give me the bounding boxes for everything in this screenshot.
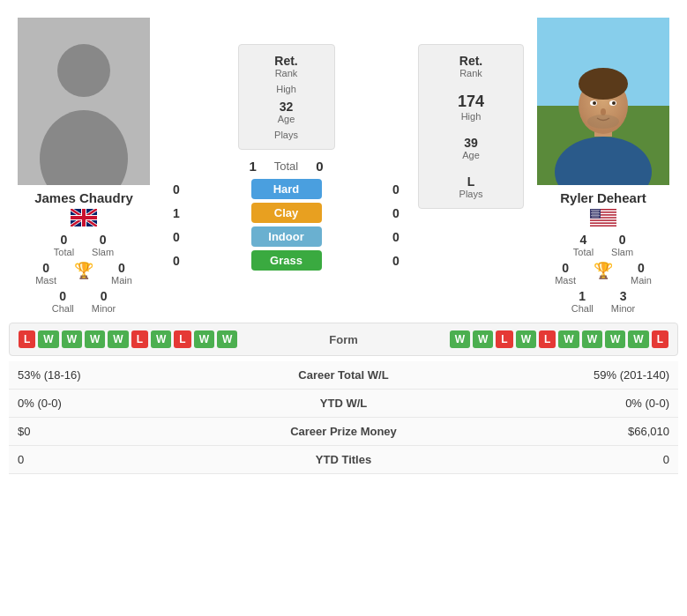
right-player-name: Ryler Deheart (560, 190, 646, 205)
court-score-right-2: 0 (383, 230, 409, 244)
form-badge-left-4: W (108, 330, 128, 348)
form-badge-left-5: L (131, 330, 148, 348)
left-stats-row2: 0 Mast 🏆 0 Main (35, 261, 132, 286)
right-age-stat: 39 Age (462, 136, 480, 160)
right-total: 4 Total (573, 233, 594, 257)
player-comparison: James Chaudry 0 Total 0 S (9, 9, 678, 323)
svg-point-38 (598, 212, 599, 213)
left-chall: 0 Chall (52, 289, 74, 314)
court-score-left-2: 0 (163, 230, 190, 244)
court-row-grass: 0 Grass 0 (163, 250, 409, 271)
court-badge-grass: Grass (251, 250, 322, 271)
left-player-flag (71, 209, 97, 229)
right-slam: 0 Slam (611, 233, 633, 257)
svg-point-36 (594, 212, 595, 213)
svg-point-51 (597, 216, 598, 217)
court-rows: 0 Hard 0 1 Clay 0 0 Indoor 0 0 Grass 0 (163, 179, 409, 271)
stats-right-2: $66,010 (441, 418, 678, 446)
court-score-right-1: 0 (383, 206, 409, 220)
court-score-left-0: 0 (163, 182, 190, 197)
court-score-right-0: 0 (383, 182, 409, 197)
svg-point-13 (593, 101, 596, 105)
form-badge-left-2: W (62, 330, 82, 348)
form-badge-right-3: W (516, 330, 536, 348)
right-minor: 3 Minor (611, 289, 636, 314)
stats-label-0: Career Total W/L (246, 361, 440, 390)
court-score-left-1: 1 (163, 206, 190, 220)
svg-point-30 (592, 211, 593, 212)
court-badge-indoor: Indoor (251, 226, 322, 247)
left-player-photo (18, 18, 150, 185)
right-trophy-icon: 🏆 (594, 261, 613, 286)
left-slam: 0 Slam (92, 233, 114, 257)
form-badge-right-4: L (539, 330, 556, 348)
svg-point-45 (594, 215, 595, 216)
form-badge-right-0: W (450, 330, 470, 348)
form-badge-left-3: W (85, 330, 105, 348)
svg-point-10 (579, 68, 628, 100)
right-plays-stat: L Plays (459, 174, 483, 199)
left-stats-row3: 0 Chall 0 Minor (52, 289, 116, 314)
form-badge-left-6: W (151, 330, 171, 348)
left-rank-box: Ret. Rank High 32 Age Plays (238, 44, 335, 150)
svg-point-46 (596, 215, 597, 216)
right-player-photo (537, 18, 669, 185)
stats-row-3: 0 YTD Titles 0 (9, 446, 678, 474)
right-chall: 1 Chall (571, 289, 594, 314)
left-age-stat: 32 Age (278, 100, 295, 124)
left-plays-stat: Plays (274, 130, 298, 140)
svg-point-34 (591, 212, 592, 213)
svg-point-39 (592, 213, 593, 214)
left-trophy-icon: 🏆 (74, 261, 93, 286)
form-badge-left-0: L (19, 330, 35, 348)
right-main: 0 Main (631, 261, 652, 286)
form-badge-right-9: L (652, 330, 668, 348)
left-player-silhouette (18, 18, 150, 185)
stats-left-3: 0 (9, 446, 246, 474)
left-total: 0 Total (54, 233, 74, 257)
court-score-left-3: 0 (163, 254, 190, 268)
right-stats-box: Ret. Rank 174 High 39 Age L Plays (418, 44, 524, 209)
left-player-panel: James Chaudry 0 Total 0 S (9, 18, 159, 314)
svg-point-48 (592, 216, 593, 217)
svg-point-32 (595, 211, 596, 212)
svg-point-15 (601, 108, 606, 115)
form-badge-left-7: L (174, 330, 190, 348)
left-rank-stat: Ret. Rank (274, 54, 297, 78)
right-stats-row3: 1 Chall 3 Minor (571, 289, 636, 314)
right-stats-row1: 4 Total 0 Slam (573, 233, 633, 257)
form-badge-left-8: W (194, 330, 214, 348)
form-badges-right: WWLWLWWWWL (397, 330, 669, 348)
form-label: Form (291, 333, 397, 346)
left-high-stat: High (276, 84, 296, 94)
stats-row-1: 0% (0-0) YTD W/L 0% (0-0) (9, 390, 678, 418)
svg-rect-22 (590, 221, 616, 223)
svg-point-37 (596, 212, 597, 213)
svg-point-29 (598, 210, 599, 211)
left-mast: 0 Mast (35, 261, 56, 286)
stats-left-0: 53% (18-16) (9, 361, 246, 390)
stats-label-1: YTD W/L (246, 390, 440, 418)
right-stats-box-panel: Ret. Rank 174 High 39 Age L Plays (414, 18, 528, 314)
center-panel: Ret. Rank High 32 Age Plays 1 (159, 18, 414, 314)
svg-point-49 (594, 216, 594, 217)
form-badge-right-1: W (473, 330, 493, 348)
left-main: 0 Main (111, 261, 132, 286)
right-mast: 0 Mast (555, 261, 576, 286)
svg-point-50 (595, 216, 596, 217)
svg-point-41 (595, 213, 596, 214)
form-badge-right-8: W (628, 330, 648, 348)
main-container: James Chaudry 0 Total 0 S (0, 0, 687, 483)
court-row-hard: 0 Hard 0 (163, 179, 409, 199)
court-badge-hard: Hard (251, 179, 322, 199)
form-badge-right-2: L (496, 330, 512, 348)
stats-right-3: 0 (441, 446, 678, 474)
form-row: LWWWWLWLWW Form WWLWLWWWWL (10, 323, 677, 355)
svg-point-28 (596, 210, 597, 211)
svg-point-16 (587, 115, 619, 129)
svg-point-44 (593, 215, 594, 216)
court-row-clay: 1 Clay 0 (163, 203, 409, 223)
svg-point-14 (612, 101, 616, 105)
svg-rect-23 (590, 224, 616, 226)
svg-point-1 (57, 44, 110, 97)
